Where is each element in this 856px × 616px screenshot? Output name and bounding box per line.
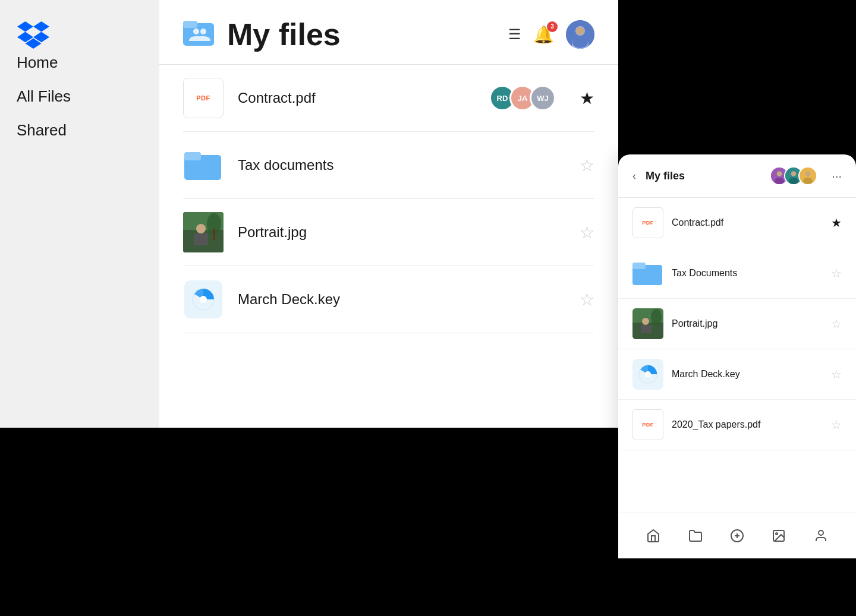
mobile-nav-photos[interactable] — [766, 523, 792, 549]
sidebar-item-all-files[interactable]: All Files — [17, 85, 143, 108]
shared-avatars-contract: RD JA WJ — [489, 85, 556, 111]
main-content: My files ☰ 🔔 3 — [159, 0, 618, 428]
file-name-tax-docs: Tax documents — [238, 157, 580, 173]
mobile-panel-title: My files — [646, 170, 763, 182]
svg-point-36 — [645, 371, 651, 377]
mobile-nav-add[interactable] — [724, 523, 750, 549]
sidebar: Home All Files Shared — [0, 0, 159, 428]
sidebar-item-home[interactable]: Home — [17, 51, 143, 74]
mobile-pdf-icon-contract: PDF — [632, 207, 663, 238]
mobile-star-tax-docs[interactable]: ☆ — [831, 266, 842, 280]
mobile-avatar-3 — [798, 166, 817, 185]
more-options-button[interactable]: ··· — [832, 169, 842, 183]
menu-icon[interactable]: ☰ — [508, 26, 521, 43]
mobile-file-name-contract: Contract.pdf — [672, 217, 823, 228]
mobile-nav-files[interactable] — [682, 523, 709, 549]
svg-point-7 — [576, 27, 584, 35]
file-item-march-deck[interactable]: March Deck.key ☆ — [183, 266, 594, 333]
svg-point-42 — [819, 530, 823, 535]
mobile-file-item-portrait[interactable]: Portrait.jpg ☆ — [618, 299, 856, 349]
notification-badge: 3 — [547, 21, 558, 32]
star-tax-docs[interactable]: ☆ — [580, 156, 594, 175]
thumb-portrait — [183, 212, 224, 252]
mobile-file-name-march-deck: March Deck.key — [672, 369, 823, 380]
star-contract[interactable]: ★ — [580, 89, 594, 108]
svg-point-32 — [642, 318, 649, 325]
svg-point-34 — [651, 309, 662, 326]
svg-rect-16 — [213, 229, 215, 241]
icon-march-deck — [183, 279, 224, 320]
page-header: My files ☰ 🔔 3 — [183, 17, 594, 52]
svg-point-8 — [572, 37, 588, 48]
avatar-wj: WJ — [530, 85, 556, 111]
sidebar-nav: Home All Files Shared — [17, 51, 143, 153]
mobile-pdf-icon-tax-papers: PDF — [632, 409, 663, 440]
file-list: PDF Contract.pdf RD JA WJ ★ Tax document… — [183, 65, 594, 333]
svg-rect-29 — [632, 263, 646, 269]
shared-folder-icon — [183, 18, 216, 50]
mobile-file-item-march-deck[interactable]: March Deck.key ☆ — [618, 349, 856, 400]
dropbox-logo[interactable] — [17, 21, 143, 51]
mobile-star-portrait[interactable]: ☆ — [831, 317, 842, 331]
page-title: My files — [227, 17, 341, 52]
header-right: ☰ 🔔 3 — [508, 20, 594, 49]
mobile-file-name-tax-papers: 2020_Tax papers.pdf — [672, 419, 823, 430]
mobile-panel-avatars — [770, 166, 817, 185]
mobile-file-name-tax-docs: Tax Documents — [672, 268, 823, 279]
mobile-star-tax-papers[interactable]: ☆ — [831, 418, 842, 432]
svg-point-2 — [193, 29, 199, 34]
mobile-star-march-deck[interactable]: ☆ — [831, 367, 842, 381]
sidebar-item-shared[interactable]: Shared — [17, 119, 143, 142]
user-avatar[interactable] — [566, 20, 594, 49]
mobile-file-name-portrait: Portrait.jpg — [672, 318, 823, 329]
mobile-star-contract[interactable]: ★ — [831, 216, 842, 230]
mobile-file-item-tax-docs[interactable]: Tax Documents ☆ — [618, 248, 856, 299]
file-name-march-deck: March Deck.key — [238, 291, 580, 308]
mobile-panel: ‹ My files — [618, 154, 856, 558]
mobile-thumb-portrait — [632, 308, 663, 339]
svg-rect-10 — [184, 152, 201, 160]
pdf-icon-contract: PDF — [183, 78, 224, 118]
file-item-portrait[interactable]: Portrait.jpg ☆ — [183, 199, 594, 266]
svg-point-3 — [200, 29, 206, 34]
svg-rect-33 — [641, 325, 652, 333]
star-march-deck[interactable]: ☆ — [580, 290, 594, 309]
svg-point-23 — [791, 171, 797, 176]
svg-point-13 — [196, 224, 206, 233]
file-name-contract: Contract.pdf — [238, 90, 489, 106]
mobile-panel-header: ‹ My files — [618, 154, 856, 198]
mobile-file-list: PDF Contract.pdf ★ Tax Documents ☆ — [618, 198, 856, 513]
folder-icon-tax — [183, 145, 224, 185]
svg-point-24 — [789, 178, 798, 185]
svg-point-27 — [803, 178, 813, 185]
notification-bell[interactable]: 🔔 3 — [533, 25, 554, 45]
mobile-nav-home[interactable] — [640, 523, 666, 549]
star-portrait[interactable]: ☆ — [580, 223, 594, 242]
header-left: My files — [183, 17, 341, 52]
mobile-bottom-nav — [618, 513, 856, 558]
file-item-contract[interactable]: PDF Contract.pdf RD JA WJ ★ — [183, 65, 594, 132]
svg-point-20 — [777, 171, 782, 176]
svg-point-41 — [776, 533, 778, 535]
svg-rect-14 — [194, 233, 208, 245]
mobile-folder-icon-tax — [632, 258, 663, 289]
file-item-tax-docs[interactable]: Tax documents ☆ — [183, 132, 594, 199]
mobile-file-item-contract[interactable]: PDF Contract.pdf ★ — [618, 198, 856, 248]
svg-point-26 — [805, 171, 811, 176]
mobile-icon-march-deck — [632, 359, 663, 390]
svg-point-21 — [775, 178, 784, 185]
back-button[interactable]: ‹ — [632, 170, 636, 182]
mobile-file-item-tax-papers[interactable]: PDF 2020_Tax papers.pdf ☆ — [618, 400, 856, 450]
mobile-nav-profile[interactable] — [808, 523, 834, 549]
svg-point-18 — [200, 296, 207, 303]
svg-rect-1 — [183, 21, 197, 28]
file-name-portrait: Portrait.jpg — [238, 224, 580, 241]
